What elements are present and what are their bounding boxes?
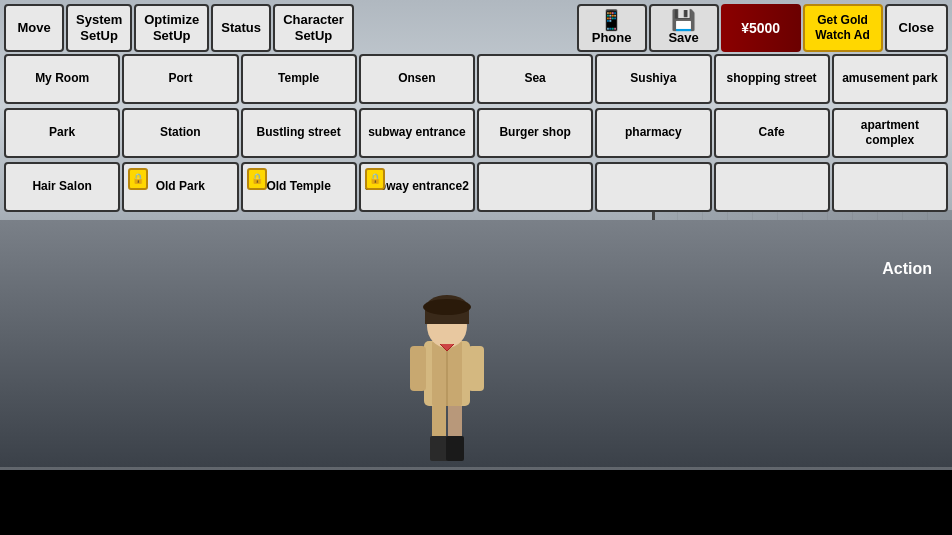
loc-hair-salon[interactable]: Hair Salon — [4, 162, 120, 212]
ui-overlay: Move SystemSetUp OptimizeSetUp Status Ch… — [0, 0, 952, 214]
status-button[interactable]: Status — [211, 4, 271, 52]
lock-icon-old-temple — [247, 168, 267, 190]
save-icon: 💾 — [659, 10, 709, 30]
loc-empty-2[interactable] — [595, 162, 711, 212]
phone-button[interactable]: 📱 Phone — [577, 4, 647, 52]
lock-icon-old-park — [128, 168, 148, 190]
loc-pharmacy[interactable]: pharmacy — [595, 108, 711, 158]
save-label: Save — [668, 30, 698, 45]
loc-park[interactable]: Park — [4, 108, 120, 158]
location-row-3: Hair Salon Old Park Old Temple subway en… — [0, 160, 952, 214]
move-button[interactable]: Move — [4, 4, 64, 52]
svg-rect-3 — [446, 436, 464, 461]
character-setup-button[interactable]: CharacterSetUp — [273, 4, 354, 52]
toolbar: Move SystemSetUp OptimizeSetUp Status Ch… — [0, 0, 952, 52]
loc-sushiya[interactable]: Sushiya — [595, 54, 711, 104]
loc-port[interactable]: Port — [122, 54, 238, 104]
money-display: ¥5000 — [721, 4, 801, 52]
location-row-1: My Room Port Temple Onsen Sea Sushiya sh… — [0, 52, 952, 106]
loc-onsen[interactable]: Onsen — [359, 54, 475, 104]
loc-station[interactable]: Station — [122, 108, 238, 158]
loc-empty-4[interactable] — [832, 162, 948, 212]
loc-bustling-street[interactable]: Bustling street — [241, 108, 357, 158]
optimize-setup-button[interactable]: OptimizeSetUp — [134, 4, 209, 52]
system-setup-button[interactable]: SystemSetUp — [66, 4, 132, 52]
close-button[interactable]: Close — [885, 4, 948, 52]
loc-old-temple[interactable]: Old Temple — [241, 162, 357, 212]
loc-shopping-street[interactable]: shopping street — [714, 54, 830, 104]
phone-icon: 📱 — [587, 10, 637, 30]
svg-rect-7 — [410, 346, 426, 391]
lock-icon-subway2 — [365, 168, 385, 190]
action-text: Action — [882, 260, 932, 278]
character — [402, 271, 492, 465]
right-toolbar: 📱 Phone 💾 Save ¥5000 Get GoldWatch Ad Cl… — [577, 4, 948, 52]
svg-rect-8 — [468, 346, 484, 391]
loc-old-park[interactable]: Old Park — [122, 162, 238, 212]
svg-point-12 — [423, 299, 471, 315]
loc-burger-shop[interactable]: Burger shop — [477, 108, 593, 158]
phone-label: Phone — [592, 30, 632, 45]
loc-empty-3[interactable] — [714, 162, 830, 212]
save-button[interactable]: 💾 Save — [649, 4, 719, 52]
loc-my-room[interactable]: My Room — [4, 54, 120, 104]
loc-temple[interactable]: Temple — [241, 54, 357, 104]
loc-subway-entrance2[interactable]: subway entrance2 — [359, 162, 475, 212]
loc-cafe[interactable]: Cafe — [714, 108, 830, 158]
loc-apartment-complex[interactable]: apartment complex — [832, 108, 948, 158]
location-row-2: Park Station Bustling street subway entr… — [0, 106, 952, 160]
svg-rect-2 — [430, 436, 448, 461]
gold-ad-button[interactable]: Get GoldWatch Ad — [803, 4, 883, 52]
bottom-bar — [0, 470, 952, 535]
loc-empty-1[interactable] — [477, 162, 593, 212]
loc-amusement-park[interactable]: amusement park — [832, 54, 948, 104]
loc-sea[interactable]: Sea — [477, 54, 593, 104]
loc-subway-entrance[interactable]: subway entrance — [359, 108, 475, 158]
